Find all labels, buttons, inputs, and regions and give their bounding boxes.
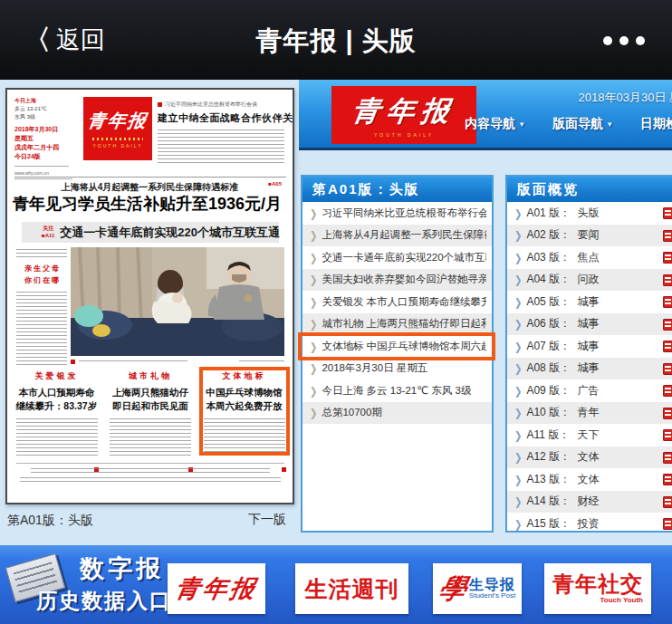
chevron-right-icon xyxy=(514,385,522,397)
column-panda: 城市礼物 上海两只熊猫幼仔即日起和市民见面 xyxy=(109,370,193,475)
column-pingpong-museum: 文体地标 中国乒乓球博物馆本周六起免费开放 xyxy=(202,370,286,475)
red-marker-icon xyxy=(282,467,286,472)
article-row-highlighted[interactable]: 文体地标 中国乒乓球博物馆本周六起免... xyxy=(302,335,492,358)
page-row[interactable]: A02 版：要闻 xyxy=(507,225,672,247)
red-marker-icon xyxy=(158,102,162,107)
pdf-icon[interactable] xyxy=(663,274,672,286)
pdf-icon[interactable] xyxy=(663,408,672,419)
bottom-columns: 关爱银发 本市人口预期寿命继续攀升：83.37岁 城市礼物 上海两只熊猫幼仔即日… xyxy=(14,370,286,475)
history-data-entry-label[interactable]: 历史数据入口 xyxy=(36,587,172,615)
pdf-icon[interactable] xyxy=(663,452,672,464)
article-row[interactable]: 2018年3月30日 星期五 xyxy=(302,358,492,380)
logo-students-post[interactable]: 學 生导报 Student's Post xyxy=(433,563,522,614)
page-row[interactable]: A01 版：头版 xyxy=(507,202,672,225)
chevron-down-icon: ▼ xyxy=(606,120,613,129)
pdf-icon[interactable] xyxy=(663,363,672,375)
masthead-article: 习近平同纳米比亚总统根哥布举行会谈 建立中纳全面战略合作伙伴关系 xyxy=(158,101,286,166)
page-row[interactable]: A08 版：城事 xyxy=(507,358,672,380)
article-row[interactable]: 今日上海 多云 13-21℃ 东风 3级 xyxy=(302,379,492,402)
site-logo[interactable]: 青年报 YOUTH DAILY xyxy=(331,86,476,144)
page-row[interactable]: A06 版：城事 xyxy=(507,313,672,336)
page-row[interactable]: A12 版：文体 xyxy=(507,446,672,469)
content-area: 青年报 YOUTH DAILY 2018年03月30日 星 内容导航 ▼ 版面导… xyxy=(0,80,672,545)
page-row[interactable]: A04 版：问政 xyxy=(507,269,672,292)
chevron-down-icon: ▼ xyxy=(518,120,525,129)
chevron-right-icon xyxy=(310,385,317,397)
paper-main-headline: 青年见习学员生活补贴升至1936元/月 xyxy=(13,193,289,215)
chevron-right-icon xyxy=(310,252,317,264)
article-row[interactable]: 上海将从4月起调整一系列民生保障待遇... xyxy=(302,225,492,247)
chevron-right-icon xyxy=(310,296,317,308)
more-menu-button[interactable] xyxy=(603,36,645,45)
chevron-right-icon xyxy=(514,429,522,441)
page-row[interactable]: A15 版：投资 xyxy=(507,513,672,535)
photo-caption xyxy=(71,360,284,364)
pdf-icon[interactable] xyxy=(663,319,672,331)
pdf-icon[interactable] xyxy=(663,296,672,308)
section-marker: ■A05 xyxy=(268,181,282,187)
digital-paper-label[interactable]: 数字报 xyxy=(80,552,164,585)
micro-text-lines xyxy=(20,477,281,483)
page-row[interactable]: A09 版：广告 xyxy=(507,379,672,402)
page-row[interactable]: A07 版：城事 xyxy=(507,335,672,358)
pdf-icon[interactable] xyxy=(663,252,672,264)
article-row[interactable]: 交通一卡通年底前实现220个城市互联互通 xyxy=(302,246,492,269)
pdf-icon[interactable] xyxy=(663,474,672,485)
chevron-right-icon xyxy=(310,207,317,219)
article-row[interactable]: 习近平同纳米比亚总统根哥布举行会谈建... xyxy=(302,202,492,225)
chevron-right-icon xyxy=(310,274,317,285)
paper-banner-headline: 关注 ■A11 交通一卡通年底前实现220个城市互联互通 xyxy=(22,222,279,243)
newspaper-masthead-logo: 青年报 YOUTH DAILY xyxy=(83,97,152,160)
site-header: 青年报 YOUTH DAILY 2018年03月30日 星 内容导航 ▼ 版面导… xyxy=(299,80,672,150)
chevron-right-icon xyxy=(310,362,317,374)
site-logo-text: 青年报 xyxy=(350,92,458,130)
site-nav: 内容导航 ▼ 版面导航 ▼ 日期检 ▼ xyxy=(465,116,672,132)
page-title: 青年报 | 头版 xyxy=(0,24,672,60)
logo-life-weekly[interactable]: 生活週刊 xyxy=(295,563,408,614)
nav-content[interactable]: 内容导航 ▼ xyxy=(465,116,525,132)
chevron-right-icon xyxy=(514,274,522,285)
footer-banner: 数字报 历史数据入口 青年报 生活週刊 學 生导报 Student's Post… xyxy=(0,545,672,624)
page-row[interactable]: A10 版：青年 xyxy=(507,402,672,425)
logo-youth-daily[interactable]: 青年报 xyxy=(168,563,265,614)
divider xyxy=(16,463,284,464)
body-text-lines xyxy=(158,130,284,166)
logo-touch-youth[interactable]: 青年社交 Touch Youth xyxy=(544,563,651,614)
pdf-icon[interactable] xyxy=(663,429,672,441)
chevron-right-icon xyxy=(514,518,522,530)
photo-side-column: 亲生父母 你们在哪 xyxy=(16,249,69,366)
pdf-icon[interactable] xyxy=(663,230,672,242)
chevron-right-icon xyxy=(310,318,317,330)
nav-pages[interactable]: 版面导航 ▼ xyxy=(552,116,613,132)
pdf-icon[interactable] xyxy=(663,496,672,508)
article-row[interactable]: 关爱银发 本市人口预期寿命继续攀升：8... xyxy=(302,291,492,313)
chevron-right-icon xyxy=(310,341,317,352)
pdf-icon[interactable] xyxy=(663,341,672,352)
site-logo-tagline: YOUTH DAILY xyxy=(374,132,434,138)
page-row[interactable]: A13 版：文体 xyxy=(507,468,672,491)
masthead-info: 今日上海 多云 13-21℃ 东风 3级 2018年3月30日 星期五 戊戌年二… xyxy=(14,97,78,182)
page-row[interactable]: A05 版：城事 xyxy=(507,291,672,313)
dot-icon xyxy=(619,36,629,45)
chevron-right-icon xyxy=(514,407,522,418)
newspaper-page-preview[interactable]: 今日上海 多云 13-21℃ 东风 3级 2018年3月30日 星期五 戊戌年二… xyxy=(5,88,294,504)
paper-caption-row: 第A01版：头版 下一版 xyxy=(7,512,294,529)
article-row[interactable]: 美国夫妇收养弃婴如今回沪替她寻亲 生... xyxy=(302,269,492,292)
pdf-icon[interactable] xyxy=(663,207,672,219)
page-row[interactable]: A11 版：天下 xyxy=(507,424,672,446)
page-row[interactable]: A03 版：焦点 xyxy=(507,246,672,269)
next-page-button[interactable]: 下一版 xyxy=(248,512,286,528)
page-overview-panel: 版面概览 A01 版：头版 A02 版：要闻 A03 版：焦点 A04 版：问政… xyxy=(505,175,672,533)
pdf-icon[interactable] xyxy=(663,385,672,397)
article-row[interactable]: 城市礼物 上海两只熊猫幼仔即日起和市... xyxy=(302,313,492,336)
pdf-icon[interactable] xyxy=(663,518,672,530)
dot-icon xyxy=(636,36,645,45)
chevron-right-icon xyxy=(514,252,522,264)
page-row[interactable]: A14 版：财经 xyxy=(507,491,672,514)
article-row[interactable]: 总第10700期 xyxy=(302,402,492,425)
paper-subtitle: 上海将从4月起调整一系列民生保障待遇标准 xyxy=(7,181,293,194)
chevron-right-icon xyxy=(514,362,522,374)
nav-date[interactable]: 日期检 ▼ xyxy=(640,116,672,132)
chevron-right-icon xyxy=(514,318,522,330)
column-elderly: 关爱银发 本市人口预期寿命继续攀升：83.37岁 xyxy=(14,370,99,475)
